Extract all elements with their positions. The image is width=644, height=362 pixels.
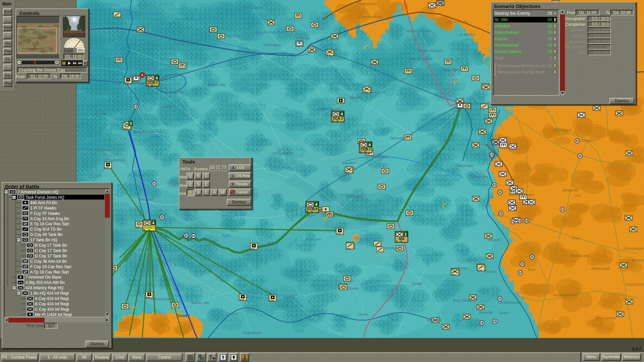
svg-text:Rochelineval: Rochelineval bbox=[494, 43, 519, 48]
svg-text:Salmchateau: Salmchateau bbox=[494, 30, 519, 35]
svg-text:B Coy 17 Tank Bn: B Coy 17 Tank Bn bbox=[35, 243, 67, 248]
svg-text:Urb: Urb bbox=[575, 193, 581, 197]
svg-text:Sankt Vith: Sankt Vith bbox=[474, 101, 491, 105]
svg-text:5: 5 bbox=[550, 56, 552, 60]
svg-text:CCA.7: CCA.7 bbox=[333, 117, 343, 120]
svg-text:Grand Halleux: Grand Halleux bbox=[494, 49, 522, 54]
svg-text:Alster: Alster bbox=[458, 266, 468, 270]
svg-text:Salm: Salm bbox=[121, 46, 130, 50]
svg-text:Hünningen: Hünningen bbox=[442, 68, 460, 72]
svg-text:Sommersweiler: Sommersweiler bbox=[509, 193, 534, 197]
svg-text:Weissenhof: Weissenhof bbox=[596, 316, 615, 320]
svg-text:Eigelscheid: Eigelscheid bbox=[626, 282, 644, 286]
svg-text:20: 20 bbox=[547, 17, 552, 22]
svg-text:Lascheid: Lascheid bbox=[427, 318, 442, 322]
svg-text:Burtonville: Burtonville bbox=[208, 83, 225, 87]
svg-text:Petit-Thier: Petit-Thier bbox=[224, 34, 241, 38]
svg-text:St. Vith: St. Vith bbox=[494, 17, 508, 22]
svg-text:Halconreux: Halconreux bbox=[151, 297, 169, 301]
svg-text:Weisten: Weisten bbox=[342, 161, 356, 165]
svg-text:Wallmerath: Wallmerath bbox=[570, 254, 588, 258]
svg-text:3: 3 bbox=[130, 121, 132, 125]
svg-text:1 Pl TF Hawks: 1 Pl TF Hawks bbox=[30, 206, 56, 210]
svg-text:Les Conottes: Les Conottes bbox=[272, 151, 294, 155]
svg-text:Auel: Auel bbox=[528, 267, 535, 272]
svg-text:Dürler: Dürler bbox=[358, 312, 368, 316]
svg-text:20: 20 bbox=[547, 24, 552, 28]
svg-text:4: 4 bbox=[369, 143, 371, 147]
svg-text:B Coy 424 Inf Regt: B Coy 424 Inf Regt bbox=[35, 302, 69, 306]
svg-text:Bêche: Bêche bbox=[150, 134, 160, 138]
svg-text:Commanster: Commanster bbox=[270, 165, 291, 169]
svg-text:Winterspelt: Winterspelt bbox=[591, 266, 609, 270]
svg-text:Weppeler: Weppeler bbox=[563, 188, 579, 192]
svg-text:20: 20 bbox=[547, 30, 552, 35]
svg-text:Neidingen: Neidingen bbox=[471, 175, 488, 179]
svg-text:25: 25 bbox=[547, 63, 552, 68]
svg-text:Espeler: Espeler bbox=[346, 286, 359, 290]
svg-text:Thommenweiher: Thommenweiher bbox=[354, 236, 382, 240]
svg-text:424: 424 bbox=[399, 237, 405, 241]
svg-text:Bracht: Bracht bbox=[486, 269, 496, 274]
svg-text:Honvelez: Honvelez bbox=[138, 197, 154, 201]
svg-text:La Comté: La Comté bbox=[91, 112, 107, 116]
svg-text:C Coy 38 Arm Inf Bn: C Coy 38 Arm Inf Bn bbox=[30, 259, 67, 264]
svg-text:A Bty 203 AAA AW Bn: A Bty 203 AAA AW Bn bbox=[25, 280, 65, 285]
svg-text:Mon Legros: Mon Legros bbox=[243, 5, 262, 9]
svg-text:1 Bn HQ 424 Inf Regt: 1 Bn HQ 424 Inf Regt bbox=[30, 291, 69, 296]
svg-text:CCB.7: CCB.7 bbox=[361, 147, 371, 151]
svg-text:Rodt: Rodt bbox=[494, 56, 503, 60]
svg-text:C Coy 424 Inf Regt: C Coy 424 Inf Regt bbox=[35, 307, 69, 312]
svg-text:Heckhalenfeld: Heckhalenfeld bbox=[553, 293, 577, 297]
svg-text:E Tp 18 Cav Rec Sqn: E Tp 18 Cav Rec Sqn bbox=[30, 222, 69, 226]
svg-text:Withdrawal to Manhay North: Withdrawal to Manhay North bbox=[497, 70, 545, 74]
svg-text:10: 10 bbox=[547, 49, 552, 54]
svg-text:4: 4 bbox=[152, 221, 155, 225]
svg-text:Poteau: Poteau bbox=[298, 36, 310, 40]
svg-text:C Coy 17 Tank Bn: C Coy 17 Tank Bn bbox=[35, 248, 67, 253]
svg-text:D Coy 17 Tank Bn: D Coy 17 Tank Bn bbox=[35, 254, 67, 258]
svg-text:Hinderhausen: Hinderhausen bbox=[318, 107, 341, 111]
svg-text:Neuville: Neuville bbox=[171, 90, 184, 94]
svg-text:7 Armored Div Base: 7 Armored Div Base bbox=[25, 275, 61, 280]
svg-text:4: 4 bbox=[341, 112, 343, 116]
svg-text:424 Infantry Regt HQ: 424 Infantry Regt HQ bbox=[25, 286, 63, 290]
svg-text:Crombach: Crombach bbox=[372, 155, 389, 159]
svg-text:CCR.7: CCR.7 bbox=[148, 81, 158, 84]
svg-text:Provèdroux: Provèdroux bbox=[106, 158, 125, 162]
svg-text:A Coy 424 Inf Regt: A Coy 424 Inf Regt bbox=[35, 296, 69, 301]
svg-text:Withdrawal to Manhay South: Withdrawal to Manhay South bbox=[497, 64, 546, 68]
svg-text:Wintersp: Wintersp bbox=[632, 258, 644, 262]
svg-text:10: 10 bbox=[547, 43, 552, 48]
svg-text:Poteau: Poteau bbox=[494, 37, 508, 41]
svg-text:Aldringen: Aldringen bbox=[306, 237, 321, 241]
svg-text:Burg Reuland: Burg Reuland bbox=[453, 298, 475, 302]
svg-text:Birkeler: Birkeler bbox=[350, 96, 362, 100]
svg-text:Ihren: Ihren bbox=[572, 236, 580, 240]
svg-text:Nieder-Emmels: Nieder-Emmels bbox=[406, 29, 432, 33]
svg-text:Steffeshausen: Steffeshausen bbox=[498, 300, 522, 304]
svg-text:Ourthe: Ourthe bbox=[227, 312, 238, 316]
svg-text:F Coy 18 Cav Rec Sqn: F Coy 18 Cav Rec Sqn bbox=[30, 264, 71, 269]
svg-text:Cahay: Cahay bbox=[161, 105, 172, 109]
svg-text:D Coy 40 Tank Bn: D Coy 40 Tank Bn bbox=[30, 232, 63, 237]
svg-text:JONES: JONES bbox=[144, 226, 155, 229]
svg-text:Courtil: Courtil bbox=[139, 247, 149, 251]
svg-text:4: 4 bbox=[156, 76, 158, 80]
svg-text:Rau de Petit-Thier: Rau de Petit-Thier bbox=[255, 30, 285, 34]
svg-text:Mtr Pl 1/424 Inf Regt: Mtr Pl 1/424 Inf Regt bbox=[35, 312, 72, 317]
svg-text:Salmchâteau: Salmchâteau bbox=[133, 130, 155, 134]
svg-text:4: 4 bbox=[315, 202, 318, 206]
svg-text:Feckelsborn: Feckelsborn bbox=[357, 2, 377, 6]
svg-text:Weweler: Weweler bbox=[479, 310, 493, 314]
svg-text:Destroy the Enemy: Destroy the Enemy bbox=[494, 11, 530, 16]
svg-text:CCB.9: CCB.9 bbox=[307, 207, 317, 211]
svg-text:Gouvy Sta: Gouvy Sta bbox=[192, 301, 209, 305]
svg-text:In der Ed: In der Ed bbox=[460, 33, 475, 37]
svg-text:Oudler: Oudler bbox=[412, 282, 423, 286]
svg-text:Braunlauf: Braunlauf bbox=[346, 194, 362, 198]
svg-text:Maspelt: Maspelt bbox=[487, 238, 500, 242]
svg-text:Gouvy: Gouvy bbox=[176, 313, 190, 318]
svg-text:Betzer: Betzer bbox=[468, 258, 479, 262]
svg-text:Grosslangenfeld: Grosslangenfeld bbox=[624, 246, 644, 250]
